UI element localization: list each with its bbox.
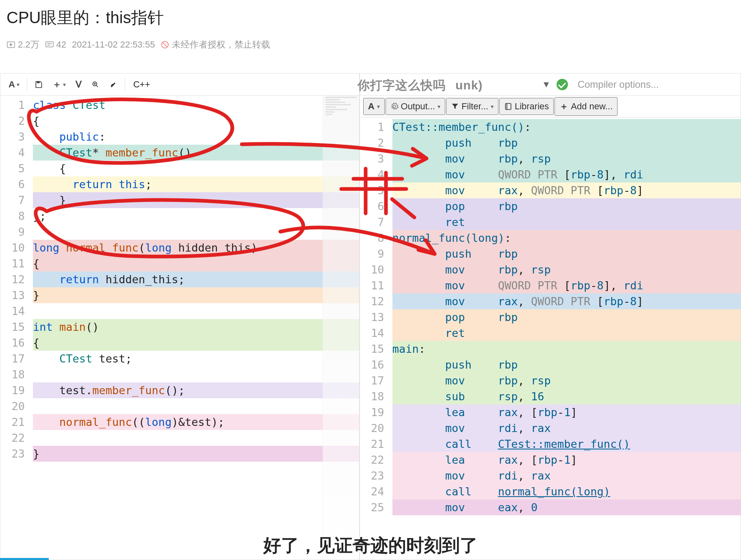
libraries-button[interactable]: Libraries: [499, 98, 554, 115]
font-size-button[interactable]: A▾: [363, 98, 385, 115]
minimap[interactable]: [323, 96, 359, 560]
book-icon: [504, 102, 512, 111]
asm-toolbar: A▾ Output...▾ Filter...▾ Libraries ＋Add …: [360, 96, 741, 117]
asm-gutter: 1234567891011121314151617181920212223242…: [360, 117, 389, 560]
play-icon: [6, 40, 15, 49]
save-button[interactable]: [30, 78, 47, 91]
run-button[interactable]: [105, 78, 121, 91]
source-gutter: 1234567891011121314151617181920212223: [0, 96, 30, 560]
language-select[interactable]: C++: [128, 79, 193, 90]
forbidden-icon: [160, 40, 169, 49]
video-meta: 2.2万 42 2021-11-02 22:53:55 未经作者授权，禁止转载: [6, 39, 734, 51]
video-progress-bar[interactable]: [0, 558, 49, 560]
view-count: 2.2万: [6, 39, 39, 51]
source-lines[interactable]: class CTest{ public: CTest* member_func(…: [30, 96, 359, 560]
output-button[interactable]: Output...▾: [386, 98, 445, 115]
compile-ok-icon: [557, 79, 568, 90]
filter-icon: [451, 102, 459, 111]
no-repost-badge: 未经作者授权，禁止转载: [160, 39, 270, 51]
comment-count: 42: [45, 39, 66, 50]
zoom-in-button[interactable]: [87, 78, 104, 91]
asm-lines[interactable]: CTest::member_func(): push rbp mov rbp, …: [389, 117, 741, 560]
compiler-options-input[interactable]: Compiler options...: [574, 79, 737, 90]
add-new-button[interactable]: ＋Add new...: [555, 97, 618, 116]
svg-rect-3: [37, 81, 40, 83]
svg-rect-5: [505, 103, 511, 109]
source-pane: A▾ ＋▾ Ⅴ C++ 1234567891011121314151617181…: [0, 73, 360, 560]
asm-editor[interactable]: 1234567891011121314151617181920212223242…: [360, 117, 741, 560]
source-editor[interactable]: 1234567891011121314151617181920212223 cl…: [0, 96, 359, 560]
compiler-explorer: A▾ ＋▾ Ⅴ C++ 1234567891011121314151617181…: [0, 73, 741, 560]
video-header: CPU眼里的：this指针 2.2万 42 2021-11-02 22:53:5…: [0, 0, 741, 54]
compiler-dropdown-icon[interactable]: ▼: [542, 79, 551, 90]
upload-timestamp: 2021-11-02 22:53:55: [72, 39, 155, 50]
font-size-button[interactable]: A▾: [4, 77, 24, 92]
vim-button[interactable]: Ⅴ: [72, 77, 86, 92]
page-title: CPU眼里的：this指针: [6, 7, 734, 29]
danmaku-overlay: 你打字这么快吗unk): [358, 77, 483, 94]
svg-rect-1: [46, 42, 53, 47]
gear-icon: [390, 102, 399, 111]
comment-icon: [45, 40, 54, 49]
asm-pane: ▼ Compiler options... A▾ Output...▾ Filt…: [360, 73, 741, 560]
filter-button[interactable]: Filter...▾: [446, 98, 498, 115]
add-button[interactable]: ＋▾: [48, 76, 70, 93]
video-subtitle: 好了，见证奇迹的时刻到了: [0, 534, 741, 558]
source-toolbar: A▾ ＋▾ Ⅴ C++: [0, 74, 359, 96]
